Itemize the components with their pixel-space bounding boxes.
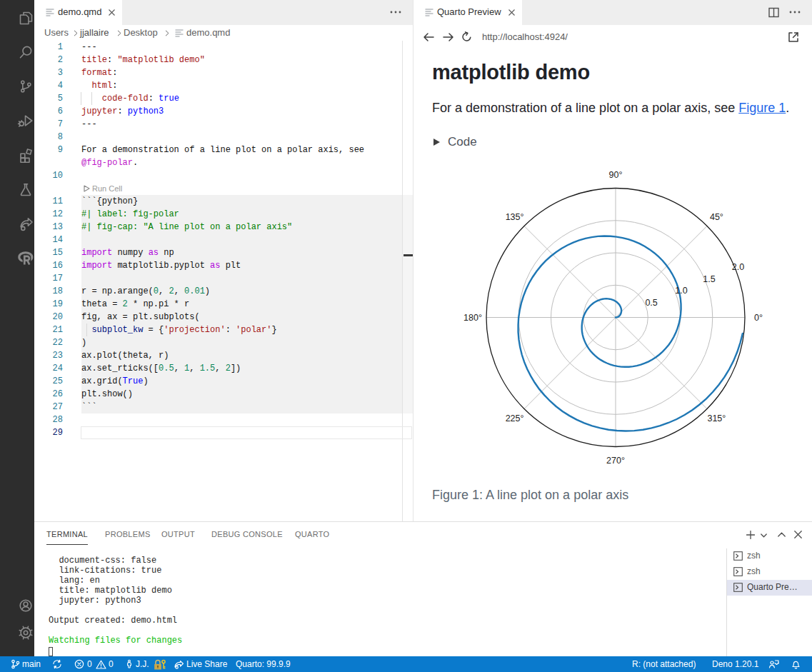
- svg-text:180°: 180°: [463, 313, 482, 323]
- svg-text:225°: 225°: [506, 413, 524, 423]
- svg-text:0°: 0°: [754, 313, 763, 323]
- svg-text:315°: 315°: [707, 413, 726, 423]
- svg-text:1.5: 1.5: [703, 274, 715, 284]
- svg-text:90°: 90°: [609, 170, 623, 180]
- svg-text:1.0: 1.0: [675, 286, 687, 296]
- svg-text:45°: 45°: [710, 212, 723, 222]
- svg-text:270°: 270°: [606, 456, 625, 466]
- svg-text:2.0: 2.0: [732, 262, 744, 272]
- svg-text:135°: 135°: [506, 212, 524, 222]
- svg-text:0.5: 0.5: [645, 298, 657, 308]
